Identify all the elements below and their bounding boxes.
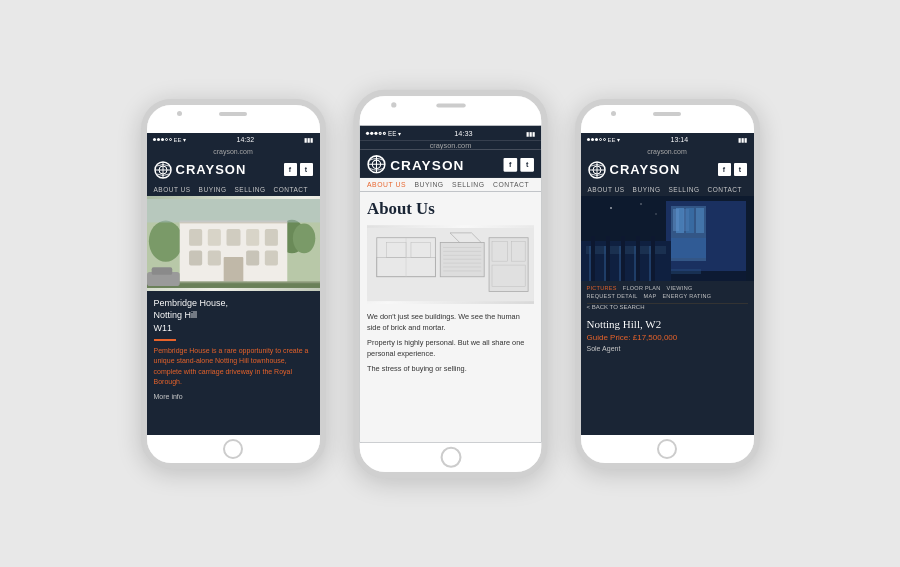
nav-buying-2[interactable]: BUYING (414, 181, 443, 188)
nav-contact-1[interactable]: CONTACT (274, 186, 308, 193)
nav-contact-3[interactable]: CONTACT (708, 186, 742, 193)
about-sketch-svg (367, 225, 534, 304)
title-line-1: Pembridge House, (154, 297, 313, 310)
property-description-1: Pembridge House is a rare opportunity to… (154, 346, 313, 388)
brand-name-1: CRAYSON (176, 162, 247, 177)
phone-1: EE ▾ 14:32 ▮▮▮ crayson.com (141, 99, 326, 469)
about-image-2 (367, 225, 534, 304)
phone-2-bottom (359, 442, 541, 471)
svg-rect-11 (226, 229, 240, 246)
nav-selling-1[interactable]: SELLING (235, 186, 266, 193)
logo-icon-1 (154, 161, 172, 179)
svg-rect-61 (671, 238, 706, 258)
social-icons-3: f t (718, 163, 747, 176)
logo-icon-2 (367, 154, 386, 173)
screen-3: CRAYSON f t ABOUT US BUYING SELLING CONT… (581, 156, 754, 435)
signal-2 (365, 131, 385, 134)
tabs-row-1: PICTURES FLOOR PLAN VIEWING (587, 285, 748, 291)
back-to-search-3[interactable]: < BACK TO SEARCH (581, 304, 754, 313)
time-2: 14:33 (454, 129, 472, 136)
home-button-2[interactable] (440, 446, 461, 467)
url-bar-3: crayson.com (581, 147, 754, 156)
phone-3-top (581, 105, 754, 133)
social-icons-1: f t (284, 163, 313, 176)
signal-1 (153, 138, 172, 141)
twitter-icon-3[interactable]: t (734, 163, 747, 176)
facebook-icon-3[interactable]: f (718, 163, 731, 176)
svg-rect-24 (151, 267, 172, 274)
logo-area-3: CRAYSON (588, 161, 681, 179)
svg-rect-12 (246, 229, 259, 246)
crayson-logo-svg-1 (154, 161, 172, 179)
svg-rect-60 (696, 208, 704, 233)
prop-divider-1 (154, 339, 176, 341)
url-bar-2: crayson.com (359, 140, 541, 149)
nav-about-1[interactable]: ABOUT US (154, 186, 191, 193)
svg-rect-62 (673, 209, 679, 231)
svg-rect-69 (606, 236, 610, 281)
brand-name-3: CRAYSON (610, 162, 681, 177)
dot5-2 (382, 131, 385, 134)
dot4 (165, 138, 168, 141)
svg-rect-70 (621, 236, 625, 281)
screen-2: CRAYSON f t ABOUT US BUYING SELLING CONT… (359, 149, 541, 442)
more-info-link-1[interactable]: More info (154, 393, 313, 400)
detail-tabs-3: PICTURES FLOOR PLAN VIEWING REQUEST DETA… (581, 281, 754, 303)
twitter-icon-1[interactable]: t (300, 163, 313, 176)
svg-rect-72 (651, 236, 655, 281)
svg-point-79 (640, 203, 642, 205)
detail-agent-3: Sole Agent (587, 345, 748, 352)
carrier-1: EE ▾ (174, 136, 187, 143)
twitter-icon-2[interactable]: t (520, 157, 534, 171)
nav-about-3[interactable]: ABOUT US (588, 186, 625, 193)
property-image-1 (147, 196, 320, 291)
svg-rect-68 (591, 236, 595, 281)
time-1: 14:32 (237, 136, 255, 143)
tab-pictures[interactable]: PICTURES (587, 285, 617, 291)
dot1-2 (365, 131, 368, 134)
home-button-1[interactable] (223, 439, 243, 459)
social-icons-2: f t (503, 157, 533, 171)
phone-1-bottom (147, 435, 320, 463)
nav-buying-1[interactable]: BUYING (199, 186, 227, 193)
tab-energy[interactable]: ENERGY RATING (662, 293, 711, 299)
svg-rect-77 (649, 246, 651, 281)
nav-selling-2[interactable]: SELLING (452, 181, 485, 188)
tab-map[interactable]: MAP (644, 293, 657, 299)
svg-rect-74 (604, 246, 606, 281)
about-text-1: We don't just see buildings. We see the … (367, 311, 534, 333)
svg-rect-76 (634, 246, 636, 281)
camera-dot (177, 111, 182, 116)
screen-1: CRAYSON f t ABOUT US BUYING SELLING CONT… (147, 156, 320, 435)
about-text-2: Property is highly personal. But we all … (367, 337, 534, 359)
status-right-1: ▮▮▮ (304, 136, 313, 143)
dot1 (153, 138, 156, 141)
nav-about-2[interactable]: ABOUT US (367, 181, 406, 188)
facebook-icon-1[interactable]: f (284, 163, 297, 176)
title-line-3: W11 (154, 322, 313, 335)
detail-location-3: Notting Hill, W2 (587, 318, 748, 330)
tab-viewing[interactable]: VIEWING (667, 285, 693, 291)
time-3: 13:14 (671, 136, 689, 143)
battery-3: ▮▮▮ (738, 136, 747, 143)
svg-rect-73 (589, 246, 591, 281)
dot3-2 (374, 131, 377, 134)
status-left-2: EE ▾ (365, 129, 400, 136)
svg-rect-14 (189, 250, 202, 265)
home-button-3[interactable] (657, 439, 677, 459)
svg-rect-18 (223, 257, 243, 283)
crayson-logo-svg-3 (588, 161, 606, 179)
dot5-3 (603, 138, 606, 141)
tab-request[interactable]: REQUEST DETAIL (587, 293, 638, 299)
tab-floorplan[interactable]: FLOOR PLAN (623, 285, 661, 291)
building-illustration-1 (147, 196, 320, 291)
carrier-2: EE ▾ (388, 129, 401, 136)
nav-buying-3[interactable]: BUYING (633, 186, 661, 193)
scene: EE ▾ 14:32 ▮▮▮ crayson.com (0, 0, 900, 567)
nav-contact-2[interactable]: CONTACT (493, 181, 529, 188)
nav-selling-3[interactable]: SELLING (669, 186, 700, 193)
url-bar-1: crayson.com (147, 147, 320, 156)
facebook-icon-2[interactable]: f (503, 157, 517, 171)
svg-rect-63 (683, 209, 689, 231)
camera-dot-2 (391, 102, 396, 107)
